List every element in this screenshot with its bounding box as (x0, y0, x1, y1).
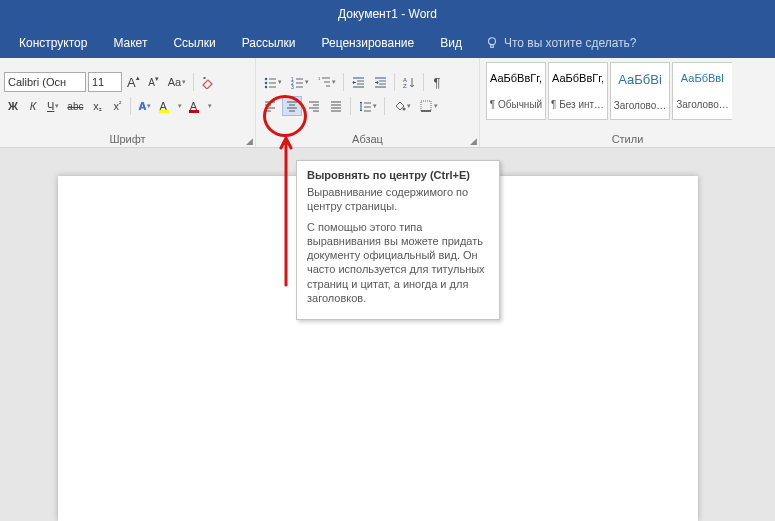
tab-review[interactable]: Рецензирование (309, 28, 428, 58)
group-paragraph: ▾ 123▾ 1▾ AZ ¶ ▾ ▾ ▾ (256, 58, 480, 130)
lightbulb-icon (485, 36, 499, 50)
bullets-icon (263, 75, 277, 89)
change-case-button[interactable]: Aa▾ (165, 72, 189, 92)
shading-button[interactable]: ▾ (389, 96, 414, 116)
dec-indent-button[interactable] (348, 72, 368, 92)
align-center-icon (285, 99, 299, 113)
svg-text:2: 2 (291, 80, 294, 86)
font-launcher[interactable]: ◢ (246, 136, 253, 146)
tab-view[interactable]: Вид (427, 28, 475, 58)
separator (423, 73, 424, 91)
svg-point-5 (265, 82, 267, 84)
tooltip-title: Выровнять по центру (Ctrl+E) (307, 169, 489, 181)
indent-icon (373, 75, 387, 89)
outdent-icon (351, 75, 365, 89)
grow-font-button[interactable]: A▴ (124, 72, 143, 92)
group-styles: АаБбВвГг, ¶ Обычный АаБбВвГг, ¶ Без инте… (480, 58, 775, 130)
tab-layout[interactable]: Макет (100, 28, 160, 58)
styles-gallery[interactable]: АаБбВвГг, ¶ Обычный АаБбВвГг, ¶ Без инте… (484, 60, 771, 122)
titlebar: Документ1 - Word (0, 0, 775, 28)
subscript-button[interactable]: x₂ (88, 96, 106, 116)
tellme-text: Что вы хотите сделать? (504, 36, 637, 50)
sort-icon: AZ (402, 75, 416, 89)
tooltip-line2: С помощью этого типа выравнивания вы мож… (307, 220, 489, 306)
font-name-select[interactable] (4, 72, 86, 92)
style-heading1[interactable]: АаБбВі Заголово… (610, 62, 670, 120)
separator (394, 73, 395, 91)
align-right-button[interactable] (304, 96, 324, 116)
svg-text:A: A (403, 77, 407, 83)
multilevel-icon: 1 (317, 75, 331, 89)
paint-bucket-icon (392, 99, 406, 113)
group-label-styles: Стили (480, 130, 775, 147)
title-text: Документ1 - Word (338, 7, 437, 21)
inc-indent-button[interactable] (370, 72, 390, 92)
svg-point-4 (265, 78, 267, 80)
eraser-icon (201, 75, 215, 89)
svg-text:1: 1 (318, 76, 321, 81)
style-normal[interactable]: АаБбВвГг, ¶ Обычный (486, 62, 546, 120)
borders-button[interactable]: ▾ (416, 96, 441, 116)
show-marks-button[interactable]: ¶ (428, 72, 446, 92)
align-center-button[interactable] (282, 96, 302, 116)
tab-references[interactable]: Ссылки (160, 28, 228, 58)
separator (350, 97, 351, 115)
highlight-button[interactable]: A▾ (156, 96, 184, 116)
style-heading2[interactable]: АаБбВвI Заголово… (672, 62, 732, 120)
line-spacing-icon (358, 99, 372, 113)
paragraph-launcher[interactable]: ◢ (470, 136, 477, 146)
align-left-icon (263, 99, 277, 113)
svg-point-6 (265, 86, 267, 88)
style-no-spacing[interactable]: АаБбВвГг, ¶ Без инте… (548, 62, 608, 120)
separator (384, 97, 385, 115)
group-label-paragraph: Абзац◢ (256, 130, 480, 147)
text-effects-button[interactable]: A▾ (135, 96, 154, 116)
tab-design[interactable]: Конструктор (6, 28, 100, 58)
strike-button[interactable]: abc (64, 96, 86, 116)
ribbon: A▴ A▾ Aa▾ Ж К Ч▾ abc x₂ x² A▾ A▾ A▾ (0, 58, 775, 149)
bold-button[interactable]: Ж (4, 96, 22, 116)
align-right-icon (307, 99, 321, 113)
svg-point-49 (403, 108, 406, 111)
bullets-button[interactable]: ▾ (260, 72, 285, 92)
svg-text:1: 1 (291, 76, 294, 82)
svg-rect-1 (491, 45, 494, 48)
align-justify-button[interactable] (326, 96, 346, 116)
tooltip-line1: Выравнивание содержимого по центру стран… (307, 185, 489, 214)
separator (343, 73, 344, 91)
multilevel-button[interactable]: 1▾ (314, 72, 339, 92)
clear-format-button[interactable] (198, 72, 218, 92)
numbering-icon: 123 (290, 75, 304, 89)
tell-me[interactable]: Что вы хотите сделать? (475, 36, 647, 50)
ribbon-tabs: Конструктор Макет Ссылки Рассылки Реценз… (0, 28, 775, 58)
svg-point-0 (488, 38, 495, 45)
svg-rect-50 (421, 101, 431, 111)
separator (193, 73, 194, 91)
svg-text:3: 3 (291, 84, 294, 89)
font-size-select[interactable] (88, 72, 122, 92)
align-left-button[interactable] (260, 96, 280, 116)
italic-button[interactable]: К (24, 96, 42, 116)
group-font: A▴ A▾ Aa▾ Ж К Ч▾ abc x₂ x² A▾ A▾ A▾ (0, 58, 256, 130)
svg-text:Z: Z (403, 83, 407, 89)
font-color-button[interactable]: A▾ (187, 96, 215, 116)
underline-button[interactable]: Ч▾ (44, 96, 62, 116)
group-label-font: Шрифт◢ (0, 130, 256, 147)
align-justify-icon (329, 99, 343, 113)
tab-mailings[interactable]: Рассылки (229, 28, 309, 58)
shrink-font-button[interactable]: A▾ (145, 72, 163, 92)
sort-button[interactable]: AZ (399, 72, 419, 92)
superscript-button[interactable]: x² (108, 96, 126, 116)
separator (130, 97, 131, 115)
borders-icon (419, 99, 433, 113)
tooltip-center-align: Выровнять по центру (Ctrl+E) Выравнивани… (296, 160, 500, 320)
line-spacing-button[interactable]: ▾ (355, 96, 380, 116)
numbering-button[interactable]: 123▾ (287, 72, 312, 92)
